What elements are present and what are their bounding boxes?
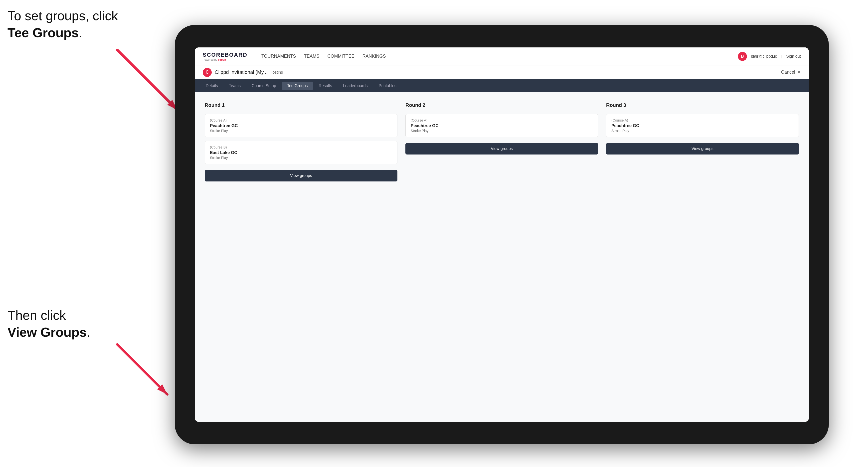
svg-line-2: [117, 344, 167, 394]
instruction-top-bold: Tee Groups: [7, 26, 79, 40]
tab-course-setup[interactable]: Course Setup: [247, 82, 281, 90]
tab-results[interactable]: Results: [314, 82, 337, 90]
logo-sub: Powered by clippit: [203, 58, 247, 61]
round-1-course-b-name: East Lake GC: [210, 150, 392, 155]
tab-bar: Details Teams Course Setup Tee Groups Re…: [195, 80, 809, 92]
instruction-bottom-line1: Then click: [7, 308, 66, 322]
rounds-grid: Round 1 (Course A) Peachtree GC Stroke P…: [205, 102, 799, 182]
round-1-course-a-format: Stroke Play: [210, 129, 392, 133]
tournament-name: Clippd Invitational (My...: [215, 69, 268, 75]
instruction-top-line1: To set groups, click: [7, 8, 118, 23]
round-1-view-groups-button[interactable]: View groups: [205, 170, 397, 182]
round-3-view-groups-button[interactable]: View groups: [606, 143, 799, 155]
nav-right: B blair@clippd.io | Sign out: [738, 52, 801, 61]
round-2-view-groups-button[interactable]: View groups: [405, 143, 598, 155]
tab-leaderboards[interactable]: Leaderboards: [338, 82, 373, 90]
separator: |: [781, 54, 782, 59]
round-3-column: Round 3 (Course A) Peachtree GC Stroke P…: [606, 102, 799, 182]
tab-teams[interactable]: Teams: [224, 82, 246, 90]
instruction-top: To set groups, click Tee Groups.: [7, 7, 118, 41]
hosting-badge: Hosting: [270, 70, 283, 74]
round-1-title: Round 1: [205, 102, 397, 108]
round-2-course-a-label: (Course A): [411, 118, 593, 122]
round-1-course-a-name: Peachtree GC: [210, 123, 392, 128]
round-2-course-a-name: Peachtree GC: [411, 123, 593, 128]
round-1-column: Round 1 (Course A) Peachtree GC Stroke P…: [205, 102, 397, 182]
nav-rankings[interactable]: RANKINGS: [363, 53, 386, 60]
instruction-top-period: .: [79, 26, 82, 40]
svg-line-0: [117, 50, 177, 110]
sub-header: C Clippd Invitational (My... Hosting Can…: [195, 65, 809, 80]
nav-teams[interactable]: TEAMS: [304, 53, 319, 60]
avatar: B: [738, 52, 747, 61]
sign-out-link[interactable]: Sign out: [786, 54, 801, 59]
tab-tee-groups[interactable]: Tee Groups: [282, 82, 313, 90]
round-1-course-b-label: (Course B): [210, 145, 392, 149]
round-3-course-a-format: Stroke Play: [611, 129, 794, 133]
arrow-view-groups: [107, 335, 177, 404]
round-1-course-a-label: (Course A): [210, 118, 392, 122]
round-2-title: Round 2: [405, 102, 598, 108]
nav-committee[interactable]: COMMITTEE: [328, 53, 354, 60]
cancel-button[interactable]: Cancel ✕: [781, 70, 801, 75]
tab-details[interactable]: Details: [201, 82, 223, 90]
round-3-title: Round 3: [606, 102, 799, 108]
nav-links: TOURNAMENTS TEAMS COMMITTEE RANKINGS: [261, 53, 728, 60]
logo-text: SCOREBOARD: [203, 52, 247, 58]
round-3-course-a-label: (Course A): [611, 118, 794, 122]
tournament-logo: C: [203, 68, 212, 77]
svg-marker-3: [157, 384, 167, 394]
tablet-device: SCOREBOARD Powered by clippit TOURNAMENT…: [175, 25, 829, 444]
round-2-course-a-card: (Course A) Peachtree GC Stroke Play: [405, 114, 598, 137]
nav-tournaments[interactable]: TOURNAMENTS: [261, 53, 296, 60]
round-1-course-b-card: (Course B) East Lake GC Stroke Play: [205, 141, 397, 164]
close-icon: ✕: [797, 70, 801, 75]
round-3-course-a-card: (Course A) Peachtree GC Stroke Play: [606, 114, 799, 137]
round-1-course-a-card: (Course A) Peachtree GC Stroke Play: [205, 114, 397, 137]
logo: SCOREBOARD Powered by clippit: [203, 52, 247, 61]
round-2-course-a-format: Stroke Play: [411, 129, 593, 133]
user-email: blair@clippd.io: [751, 54, 777, 59]
round-1-course-b-format: Stroke Play: [210, 156, 392, 160]
instruction-bottom-period: .: [87, 325, 90, 339]
main-content: Round 1 (Course A) Peachtree GC Stroke P…: [195, 92, 809, 422]
round-2-column: Round 2 (Course A) Peachtree GC Stroke P…: [405, 102, 598, 182]
round-3-course-a-name: Peachtree GC: [611, 123, 794, 128]
tablet-screen: SCOREBOARD Powered by clippit TOURNAMENT…: [195, 48, 809, 422]
top-nav: SCOREBOARD Powered by clippit TOURNAMENT…: [195, 48, 809, 65]
tab-printables[interactable]: Printables: [374, 82, 401, 90]
instruction-bottom: Then click View Groups.: [7, 307, 90, 341]
instruction-bottom-bold: View Groups: [7, 325, 87, 339]
